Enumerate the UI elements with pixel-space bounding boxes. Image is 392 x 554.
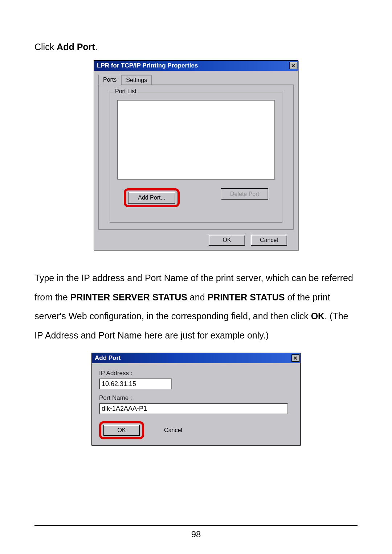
ip-address-label: IP Address : (99, 370, 293, 377)
dialog1-titlebar[interactable]: LPR for TCP/IP Printing Properties ✕ (94, 61, 298, 71)
close-icon[interactable]: ✕ (289, 62, 297, 69)
dialog1-cancel-button[interactable]: Cancel (251, 235, 287, 246)
highlight-add-port: Add Port... (124, 188, 180, 207)
tab-strip: Ports Settings (98, 74, 294, 85)
dialog2-cancel-button[interactable]: Cancel (155, 425, 191, 436)
dialog2-ok-button[interactable]: OK (103, 425, 140, 436)
tab-panel-ports: Port List Add Port... Delete Port (98, 85, 294, 230)
page-number: 98 (0, 529, 392, 539)
highlight-ok: OK (99, 421, 144, 439)
dialog1-title: LPR for TCP/IP Printing Properties (97, 62, 198, 69)
dialog2-title: Add Port (95, 354, 121, 362)
tab-settings[interactable]: Settings (121, 75, 152, 85)
instruction-paragraph: Type in the IP address and Port Name of … (34, 268, 358, 345)
close-icon[interactable]: ✕ (291, 354, 299, 362)
port-list-group: Port List Add Port... Delete Port (110, 92, 282, 223)
instr1-suffix: . (95, 42, 98, 52)
port-name-input[interactable] (99, 403, 288, 414)
instruction-line-1: Click Add Port. (34, 42, 358, 52)
footer-rule (34, 525, 358, 526)
dialog2-titlebar[interactable]: Add Port ✕ (92, 353, 300, 363)
tab-ports[interactable]: Ports (98, 75, 121, 85)
add-port-dialog: Add Port ✕ IP Address : Port Name : OK C… (91, 353, 301, 446)
instr1-bold: Add Port (57, 42, 95, 52)
port-list-box[interactable] (117, 100, 275, 180)
ip-address-input[interactable] (99, 378, 172, 389)
lpr-properties-dialog: LPR for TCP/IP Printing Properties ✕ Por… (94, 60, 298, 250)
port-name-label: Port Name : (99, 394, 293, 402)
dialog1-ok-button[interactable]: OK (209, 235, 245, 246)
delete-port-button: Delete Port (221, 188, 268, 200)
port-list-label: Port List (114, 88, 138, 95)
instr1-prefix: Click (34, 42, 57, 52)
add-port-button[interactable]: Add Port... (128, 192, 175, 204)
